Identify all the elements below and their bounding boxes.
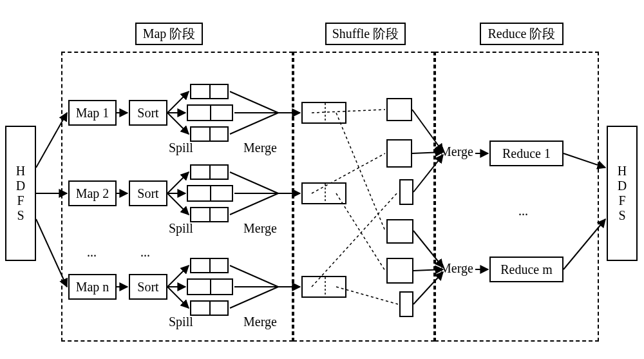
sort-2: Sort (129, 180, 167, 206)
spill-label-1: Spill (169, 141, 193, 155)
shuffle-phase-title: Shuffle 阶段 (325, 23, 406, 45)
hdfs-input-label: H (16, 164, 25, 179)
spill-2c (190, 207, 229, 222)
spill-1b (187, 104, 233, 121)
shuffle-out-5 (386, 258, 413, 284)
hdfs-input: H D F S (5, 126, 36, 261)
map-2: Map 2 (68, 180, 117, 206)
hdfs-output: H D F S (607, 126, 638, 261)
shuffle-out-6 (399, 291, 413, 317)
shuffle-in-3 (301, 276, 346, 298)
hdfs-output-label: H (618, 164, 627, 179)
spill-2a (190, 164, 229, 180)
spill-3b (187, 278, 233, 295)
reduce-m: Reduce m (489, 257, 564, 282)
map-1: Map 1 (68, 100, 117, 126)
reduce-merge-bot: Merge (440, 261, 473, 276)
spill-1c (190, 126, 229, 142)
merge-label-1: Merge (243, 141, 277, 155)
merge-label-3: Merge (243, 315, 277, 329)
map-ellipsis: ... (87, 245, 97, 260)
shuffle-in-2 (301, 182, 346, 204)
reduce-merge-top: Merge (440, 144, 473, 159)
shuffle-out-3 (399, 179, 413, 205)
shuffle-out-4 (386, 219, 413, 244)
shuffle-out-1 (386, 98, 412, 121)
spill-label-3: Spill (169, 315, 193, 329)
shuffle-out-2 (386, 139, 412, 168)
spill-3c (190, 300, 229, 316)
reduce-ellipsis: ... (518, 204, 528, 218)
spill-1a (190, 84, 229, 99)
map-n: Map n (68, 274, 117, 300)
shuffle-in-1 (301, 102, 346, 124)
spill-2b (187, 185, 233, 202)
reduce-phase-box (435, 52, 599, 342)
reduce-1: Reduce 1 (489, 141, 564, 166)
sort-1: Sort (129, 100, 167, 126)
reduce-phase-title: Reduce 阶段 (480, 23, 564, 45)
sort-3: Sort (129, 274, 167, 300)
spill-3a (190, 258, 229, 273)
sort-ellipsis: ... (140, 245, 150, 260)
map-phase-title: Map 阶段 (135, 23, 203, 45)
merge-label-2: Merge (243, 221, 277, 236)
spill-label-2: Spill (169, 221, 193, 236)
diagram-canvas: H D F S Map 阶段 Shuffle 阶段 Reduce 阶段 Map … (0, 0, 644, 359)
